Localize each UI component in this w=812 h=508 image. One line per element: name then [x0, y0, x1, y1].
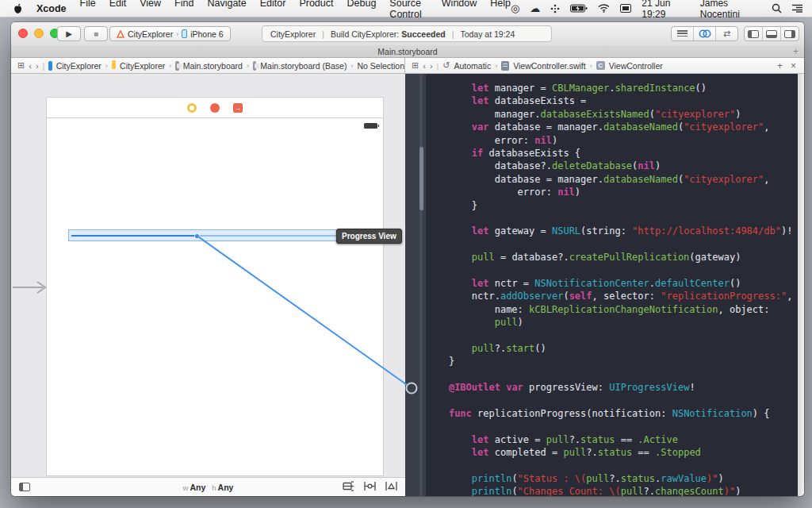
stop-icon: ■ — [94, 29, 98, 38]
view-controller-scene[interactable] — [46, 117, 384, 476]
standard-editor-button[interactable] — [672, 27, 694, 40]
breadcrumb-selection[interactable]: No Selection — [357, 61, 404, 71]
interface-builder-canvas[interactable]: → Progress View — [11, 74, 405, 477]
source-editor[interactable]: let manager = CBLManager.sharedInstance(… — [426, 74, 798, 496]
breadcrumb-file[interactable]: ViewController.swift — [513, 61, 585, 71]
first-responder-icon[interactable] — [210, 103, 220, 113]
dots-status-icon[interactable] — [550, 4, 560, 13]
crumb-sep: › — [495, 62, 497, 70]
menu-items: FileEditViewFindNavigateEditorProductDeb… — [80, 0, 511, 20]
window-controls — [18, 29, 59, 38]
forward-button[interactable]: › — [36, 61, 39, 71]
class-icon: C — [596, 61, 605, 70]
code-line: database?.deleteDatabase(nil) — [426, 160, 798, 172]
scheme-selector[interactable]: CityExplorer › iPhone 6 — [109, 26, 231, 41]
width-class-label: w — [183, 483, 189, 492]
toggle-utilities-button[interactable] — [781, 27, 799, 40]
crumb-sep: › — [105, 62, 108, 70]
assistant-editor-button[interactable] — [694, 27, 716, 40]
minimize-window-button[interactable] — [34, 29, 44, 38]
run-button[interactable]: ▶ — [57, 26, 81, 41]
breadcrumb-storyboard[interactable]: Main.storyboard — [183, 61, 243, 71]
menu-debug[interactable]: Debug — [347, 0, 377, 20]
breadcrumb-storyboard-base[interactable]: Main.storyboard (Base) — [260, 61, 347, 71]
menu-user[interactable]: James Nocentini — [700, 0, 761, 20]
breadcrumb-automatic[interactable]: Automatic — [454, 61, 492, 71]
menu-view[interactable]: View — [140, 0, 161, 20]
version-editor-icon: ⇄ — [723, 29, 730, 39]
add-assistant-editor-button[interactable]: + — [777, 60, 783, 71]
menu-find[interactable]: Find — [174, 0, 193, 20]
menu-clock[interactable]: 21 Jun 19:29 — [642, 0, 689, 20]
display-menu-icon[interactable] — [620, 4, 631, 13]
progress-view-element[interactable] — [68, 229, 366, 241]
back-button[interactable]: ‹ — [29, 61, 32, 71]
code-line — [426, 420, 798, 433]
breadcrumb-group[interactable]: CityExplorer — [120, 61, 165, 71]
scrollbar-thumb[interactable] — [419, 147, 423, 210]
height-class-value: Any — [218, 483, 234, 492]
pin-constraints-button[interactable] — [364, 481, 376, 491]
editor-mode-control: ⇄ — [671, 26, 738, 41]
related-items-icon[interactable]: ⊞ — [412, 60, 419, 71]
automatic-mode-icon: ↺ — [442, 60, 450, 71]
jump-bar-right: ⊞ ‹ › | ↺ Automatic › ViewController.swi… — [405, 58, 804, 74]
resolve-autolayout-button[interactable] — [385, 481, 397, 491]
align-button[interactable] — [343, 481, 354, 491]
battery-icon[interactable] — [570, 4, 588, 13]
view-controller-icon[interactable] — [187, 103, 197, 113]
code-line: let active = pull?.status == .Active — [426, 433, 798, 446]
new-tab-button[interactable]: + — [793, 46, 799, 57]
version-editor-button[interactable]: ⇄ — [716, 27, 737, 40]
menu-editor[interactable]: Editor — [260, 0, 286, 20]
crumb-sep: › — [350, 62, 353, 70]
forward-button[interactable]: › — [430, 61, 433, 71]
close-assistant-editor-button[interactable]: × — [791, 60, 796, 71]
activity-project: CityExplorer — [270, 29, 316, 39]
code-line: let completed = pull?.status == .Stopped — [426, 446, 798, 459]
scene-dock: → — [46, 97, 384, 117]
back-button[interactable]: ‹ — [423, 61, 426, 71]
code-line — [426, 329, 798, 341]
apple-menu-icon[interactable] — [13, 3, 23, 14]
height-class-label: h — [212, 483, 216, 492]
element-tooltip: Progress View — [336, 229, 402, 244]
folder-icon — [112, 62, 116, 69]
debug-panel-icon — [766, 30, 777, 38]
menu-help[interactable]: Help — [490, 0, 511, 20]
toggle-navigator-button[interactable] — [745, 27, 763, 40]
menu-product[interactable]: Product — [299, 0, 333, 20]
drag-handle[interactable] — [194, 233, 200, 239]
breadcrumb-class[interactable]: ViewController — [609, 61, 663, 71]
divider: | — [437, 61, 439, 71]
crumb-sep: › — [590, 62, 592, 70]
breadcrumb-project[interactable]: CityExplorer — [56, 61, 102, 71]
cloud-status-icon[interactable]: ☁ — [530, 2, 540, 14]
exit-segue-icon[interactable]: → — [233, 103, 243, 113]
notification-center-icon[interactable] — [792, 4, 802, 13]
active-app-name[interactable]: Xcode — [36, 3, 67, 14]
close-window-button[interactable] — [18, 29, 28, 38]
tab-bar: Main.storyboard + — [11, 45, 804, 58]
toggle-debug-area-button[interactable] — [763, 27, 781, 40]
menu-file[interactable]: File — [80, 0, 96, 20]
spotlight-icon[interactable] — [772, 3, 782, 13]
crumb-sep: › — [169, 62, 171, 70]
menu-edit[interactable]: Edit — [109, 0, 127, 20]
app-logo-icon — [117, 30, 124, 38]
wifi-icon[interactable] — [598, 4, 610, 13]
menu-source-control[interactable]: Source Control — [389, 0, 427, 20]
code-line: } — [426, 199, 798, 212]
code-line: let nctr = NSNotificationCenter.defaultC… — [426, 277, 798, 290]
editor-splitter[interactable] — [405, 74, 426, 496]
menu-window[interactable]: Window — [442, 0, 477, 20]
tab-main-storyboard[interactable]: Main.storyboard — [377, 47, 437, 56]
stop-button[interactable]: ■ — [84, 26, 108, 41]
code-line — [426, 394, 798, 406]
activity-separator2: | — [452, 29, 454, 39]
code-line: manager.databaseExistsNamed("cityexplore… — [426, 108, 798, 121]
scheme-separator: › — [176, 30, 178, 38]
menu-navigate[interactable]: Navigate — [207, 0, 246, 20]
related-items-icon[interactable]: ⊞ — [17, 60, 25, 71]
target-status-icon[interactable]: ◎ — [511, 2, 519, 14]
